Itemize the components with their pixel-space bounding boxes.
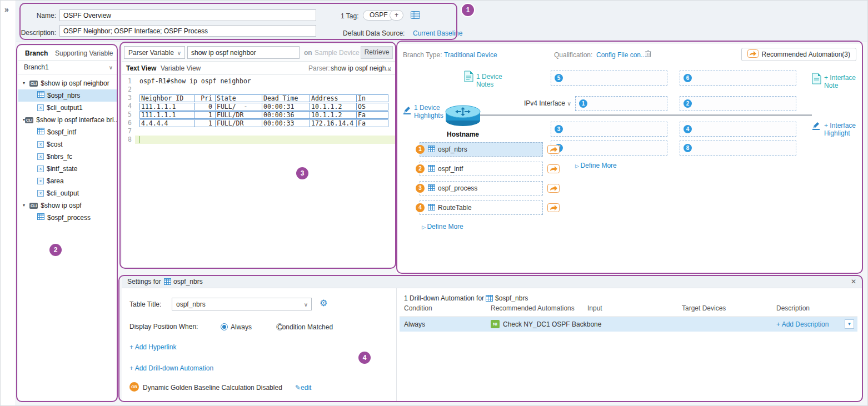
device-note-icon[interactable] xyxy=(464,71,473,84)
tree-item-variable[interactable]: $cost xyxy=(18,138,117,151)
run-automation-icon[interactable] xyxy=(547,203,560,214)
row-expand-chevron[interactable]: ▾ xyxy=(845,319,854,329)
parsed-cell[interactable]: 172.16.14.4 xyxy=(310,119,357,127)
parsed-cell[interactable]: Pri xyxy=(194,94,216,102)
tree-item-table-variable[interactable]: $ospf_process xyxy=(18,212,117,224)
add-interface-highlight-link[interactable]: + Interface Highlight xyxy=(824,122,861,137)
tree-item-variable[interactable]: $cli_output xyxy=(18,187,117,199)
run-automation-icon[interactable] xyxy=(547,164,560,175)
parsed-cell[interactable]: OS xyxy=(356,103,388,111)
parsed-cell[interactable]: In xyxy=(356,94,388,102)
cursor-line[interactable] xyxy=(135,136,395,144)
parsed-table-row[interactable]: 111.1.1.1 0 FULL/ - 00:00:31 10.1.1.2 OS xyxy=(135,102,395,111)
define-more-interfaces-link[interactable]: Define More xyxy=(575,162,617,169)
tree-item-variable[interactable]: $intf_state xyxy=(18,163,117,175)
tree-item-cli-command[interactable]: CLI $show ip ospf interface bri... xyxy=(18,114,117,126)
table-var-ospf-process[interactable]: 3 ospf_process xyxy=(420,181,543,196)
tree-item-variable[interactable]: $area xyxy=(18,175,117,187)
parsed-cell[interactable]: 1 xyxy=(194,119,216,127)
parsed-cell[interactable]: FULL/DR xyxy=(215,111,262,119)
parsed-cell[interactable]: Fa xyxy=(356,119,388,127)
run-automation-icon[interactable] xyxy=(547,145,560,156)
interface-slot-1[interactable]: 1 xyxy=(575,96,667,111)
chevron-down-icon[interactable] xyxy=(387,64,391,72)
table-var-ospf-nbrs[interactable]: 1 ospf_nbrs xyxy=(420,142,543,157)
code-area[interactable]: ospf-R1#show ip ospf neighbor Neighbor I… xyxy=(135,77,395,144)
tree-item-variable[interactable]: $nbrs_fc xyxy=(18,151,117,163)
interface-slot-2[interactable]: 2 xyxy=(680,96,796,111)
add-hyperlink-link[interactable]: + Add Hyperlink xyxy=(129,343,176,351)
tree-item-cli-command[interactable]: CLI $show ip ospf neighbor xyxy=(18,77,117,89)
expand-panel-icon[interactable]: » xyxy=(4,5,9,14)
branch-selector[interactable]: Branch1 xyxy=(18,61,117,74)
edit-golden-baseline-link[interactable]: ✎edit xyxy=(295,384,311,392)
parsed-cell[interactable]: 4.4.4.4 xyxy=(139,119,195,127)
parsed-cell[interactable]: Neighbor ID xyxy=(139,94,195,102)
parsed-cell[interactable]: Fa xyxy=(356,111,388,119)
radio-always-label[interactable]: Always xyxy=(231,323,252,331)
interface-note-icon[interactable] xyxy=(812,73,821,86)
device-notes-link[interactable]: 1 Device Notes xyxy=(476,73,510,88)
tab-supporting-variable[interactable]: Supporting Variable xyxy=(55,49,113,57)
add-interface-note-link[interactable]: + Interface Note xyxy=(824,74,861,89)
name-input[interactable] xyxy=(59,9,316,21)
tree-item-table-variable[interactable]: $ospf_nbrs xyxy=(18,89,117,102)
parsed-cell[interactable]: 00:00:36 xyxy=(262,111,310,119)
interface-slot-4[interactable]: 4 xyxy=(680,122,796,137)
parsed-cell[interactable]: 1 xyxy=(194,111,216,119)
interface-slot-8[interactable]: 8 xyxy=(680,141,796,156)
add-tag-button[interactable]: + xyxy=(390,10,403,21)
device-highlight-icon[interactable] xyxy=(403,105,412,116)
interface-slot-7[interactable]: 7 xyxy=(551,141,667,156)
interface-slot-6[interactable]: 6 xyxy=(680,71,796,86)
radio-always[interactable] xyxy=(221,323,228,330)
parsed-cell[interactable]: Address xyxy=(310,94,357,102)
retrieve-button[interactable]: Retrieve xyxy=(361,46,393,59)
tree-item-table-variable[interactable]: $ospf_intf xyxy=(18,126,117,138)
add-description-link[interactable]: + Add Description xyxy=(776,320,829,328)
add-drilldown-automation-link[interactable]: + Add Drill-down Automation xyxy=(129,364,213,372)
close-icon[interactable]: ✕ xyxy=(851,278,856,285)
expander-icon[interactable] xyxy=(23,77,29,89)
delete-qualification-icon[interactable] xyxy=(645,50,651,59)
branch-type-value[interactable]: Traditional Device xyxy=(444,51,497,59)
radio-condition-label[interactable]: Condition Matched xyxy=(277,323,333,331)
parser-select[interactable]: show ip ospf neigh... xyxy=(331,64,391,72)
parsed-cell[interactable]: FULL/ - xyxy=(215,103,262,111)
sample-device-field[interactable]: Sample Device xyxy=(315,49,360,57)
variable-type-select[interactable]: Parser Variable xyxy=(124,46,185,59)
tree-item-variable[interactable]: $cli_output1 xyxy=(18,102,117,114)
parsed-cell[interactable]: Dead Time xyxy=(262,94,310,102)
tab-branch[interactable]: Branch xyxy=(25,49,48,57)
description-input[interactable] xyxy=(59,25,316,37)
define-more-tables-link[interactable]: Define More xyxy=(422,223,463,230)
parsed-cell[interactable]: 0 xyxy=(194,103,216,111)
parsed-table-row[interactable]: 111.1.1.1 1 FULL/DR 00:00:36 10.1.1.2 Fa xyxy=(135,111,395,119)
tab-variable-view[interactable]: Variable View xyxy=(161,64,201,72)
parsed-table-header-row[interactable]: Neighbor ID Pri State Dead Time Address … xyxy=(135,94,395,102)
qualification-value[interactable]: Config File con... xyxy=(596,51,646,59)
default-data-source-value[interactable]: Current Baseline xyxy=(413,29,462,37)
parsed-cell[interactable]: 10.1.1.2 xyxy=(310,103,357,111)
interface-highlight-icon[interactable] xyxy=(812,121,821,132)
recommended-automation-button[interactable]: Recommended Automation(3) xyxy=(741,48,856,61)
parsed-table-row[interactable]: 4.4.4.4 1 FULL/DR 00:00:33 172.16.14.4 F… xyxy=(135,119,395,127)
expander-icon[interactable] xyxy=(23,199,29,212)
parsed-cell[interactable]: 00:00:31 xyxy=(262,103,310,111)
gear-icon[interactable]: ⚙ xyxy=(320,298,327,308)
parsed-cell[interactable]: FULL/DR xyxy=(215,119,262,127)
drilldown-table-row[interactable]: Always NI Check NY_DC1 OSPF Backbone + A… xyxy=(400,317,857,332)
parsed-cell[interactable]: State xyxy=(215,94,262,102)
code-editor[interactable]: 1 2 3 4 5 6 7 8 ospf-R1#show ip ospf nei… xyxy=(122,75,395,267)
command-input[interactable] xyxy=(187,46,300,59)
interface-slot-3[interactable]: 3 xyxy=(551,122,667,137)
tag-manager-icon[interactable] xyxy=(411,11,420,21)
parsed-cell[interactable]: 00:00:33 xyxy=(262,119,310,127)
table-var-ospf-intf[interactable]: 2 ospf_intf xyxy=(420,162,543,176)
run-automation-icon[interactable] xyxy=(547,184,560,194)
table-title-select[interactable]: ospf_nbrs xyxy=(172,298,312,310)
parsed-cell[interactable]: 111.1.1.1 xyxy=(139,103,195,111)
tree-item-cli-command[interactable]: CLI $show ip ospf xyxy=(18,199,117,212)
router-icon[interactable] xyxy=(444,98,482,130)
parsed-cell[interactable]: 10.1.1.2 xyxy=(310,111,357,119)
